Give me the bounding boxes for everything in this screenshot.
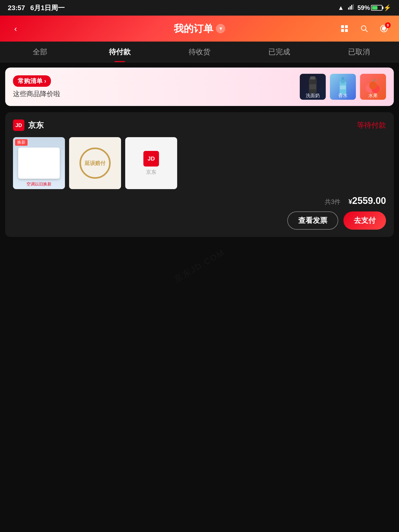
svg-rect-6: [341, 29, 344, 32]
order-status: 等待付款: [357, 120, 386, 130]
pay-button[interactable]: 去支付: [343, 211, 386, 230]
time: 23:57: [8, 4, 25, 12]
order-card: JD 京东 等待付款 换新 空调以旧换新 延误赔付: [5, 112, 394, 237]
svg-rect-2: [351, 5, 352, 10]
tab-pending-receive[interactable]: 待收货: [159, 42, 239, 62]
store-logo: JD: [13, 119, 24, 131]
warranty-badge: 延误赔付: [79, 148, 111, 179]
svg-rect-7: [345, 29, 348, 32]
tab-completed[interactable]: 已完成: [240, 42, 319, 62]
svg-rect-17: [340, 85, 346, 89]
tab-all[interactable]: 全部: [0, 42, 80, 62]
back-icon: ‹: [14, 24, 17, 34]
jd-logo: JD: [143, 151, 159, 167]
status-bar-left: 23:57 6月1日周一: [8, 3, 65, 12]
store-info: JD 京东: [13, 119, 44, 131]
signal-icon: [348, 4, 354, 12]
price-count: 共3件: [325, 198, 341, 206]
jd-placeholder: JD 京东: [143, 151, 159, 176]
currency-symbol: ¥: [348, 198, 352, 205]
promo-description: 这些商品降价啦: [13, 89, 60, 98]
store-name: 京东: [28, 120, 44, 131]
product-bottom-label: 空调以旧换新: [13, 182, 65, 187]
battery-percent: 59%: [357, 4, 370, 11]
warranty-label: 延误赔付: [85, 160, 105, 167]
promo-left: 常购清单 › 这些商品降价啦: [13, 75, 60, 98]
title-text: 我的订单: [174, 22, 213, 35]
invoice-button[interactable]: 查看发票: [287, 211, 338, 230]
svg-rect-5: [345, 25, 348, 28]
message-badge: 9: [385, 22, 391, 28]
header-icons: 9: [337, 21, 391, 36]
product-thumb-ac[interactable]: 换新 空调以旧换新: [13, 137, 65, 189]
action-buttons: 查看发票 去支付: [13, 211, 386, 230]
wifi-icon: ▲: [338, 4, 344, 11]
promo-product-face-wash: [300, 74, 326, 100]
watermark: 京东JD.COM: [172, 247, 227, 285]
charging-icon: ⚡: [383, 4, 391, 11]
svg-line-9: [365, 30, 368, 32]
battery-icon: 59% ⚡: [357, 4, 391, 11]
message-button[interactable]: 9: [377, 21, 391, 36]
svg-rect-1: [350, 6, 351, 10]
promo-tag-label: 常购清单: [18, 77, 43, 85]
status-bar: 23:57 6月1日周一 ▲ 59% ⚡: [0, 0, 399, 16]
order-header: JD 京东 等待付款: [13, 119, 386, 131]
date: 6月1日周一: [30, 3, 65, 12]
tab-pending-pay[interactable]: 待付款: [80, 42, 159, 62]
product-badge-new: 换新: [15, 139, 28, 146]
header: ‹ 我的订单 ▾ 9: [0, 16, 399, 42]
tab-cancelled[interactable]: 已取消: [319, 42, 399, 62]
order-price: ¥2559.00: [348, 195, 386, 206]
jd-text: 京东: [146, 169, 156, 176]
svg-rect-13: [309, 84, 316, 89]
promo-products: [300, 74, 386, 100]
promo-banner[interactable]: 常购清单 › 这些商品降价啦: [5, 68, 394, 106]
content-area: 常购清单 › 这些商品降价啦: [0, 62, 399, 247]
ac-product-image: [18, 148, 60, 179]
back-button[interactable]: ‹: [8, 21, 23, 36]
promo-arrow-icon: ›: [44, 77, 46, 85]
grid-button[interactable]: [337, 21, 352, 36]
status-bar-right: ▲ 59% ⚡: [338, 4, 391, 12]
order-price-row: 共3件 ¥2559.00: [13, 195, 386, 206]
svg-rect-4: [341, 25, 344, 28]
svg-point-8: [361, 26, 366, 30]
order-tabs: 全部 待付款 待收货 已完成 已取消: [0, 42, 399, 62]
chevron-down-icon: ▾: [220, 26, 222, 31]
svg-rect-12: [310, 76, 315, 79]
product-thumb-warranty[interactable]: 延误赔付: [69, 137, 121, 189]
svg-rect-3: [353, 4, 354, 10]
search-button[interactable]: [357, 21, 371, 36]
promo-tag[interactable]: 常购清单 ›: [13, 75, 51, 87]
promo-product-fruit: [360, 74, 386, 100]
svg-rect-0: [348, 8, 349, 10]
page-title: 我的订单 ▾: [174, 22, 225, 35]
product-images: 换新 空调以旧换新 延误赔付 JD 京东: [13, 137, 386, 189]
promo-product-perfume: [330, 74, 356, 100]
svg-point-20: [369, 82, 377, 89]
product-thumb-jd[interactable]: JD 京东: [125, 137, 177, 189]
dropdown-button[interactable]: ▾: [216, 24, 225, 33]
svg-point-16: [342, 77, 344, 80]
